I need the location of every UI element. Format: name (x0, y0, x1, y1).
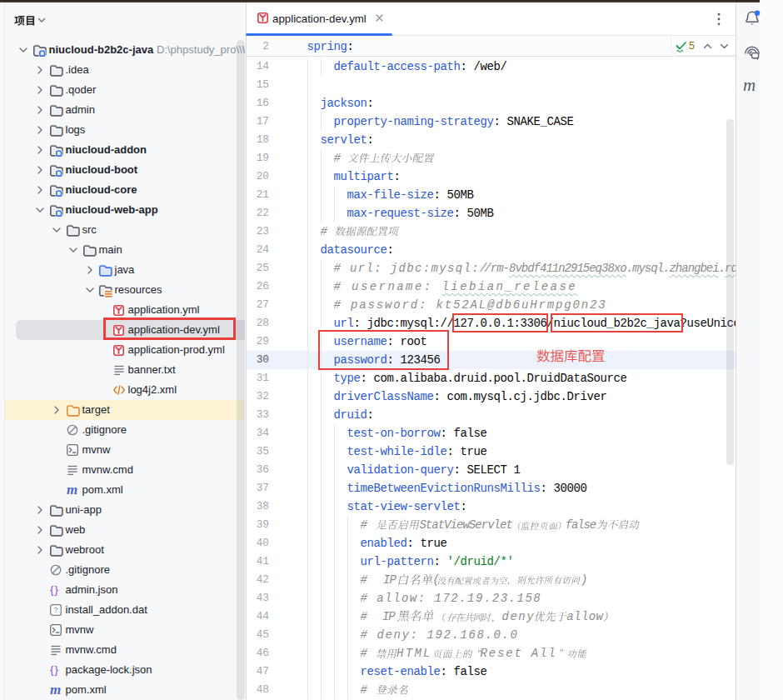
svg-text:?: ? (53, 606, 57, 614)
